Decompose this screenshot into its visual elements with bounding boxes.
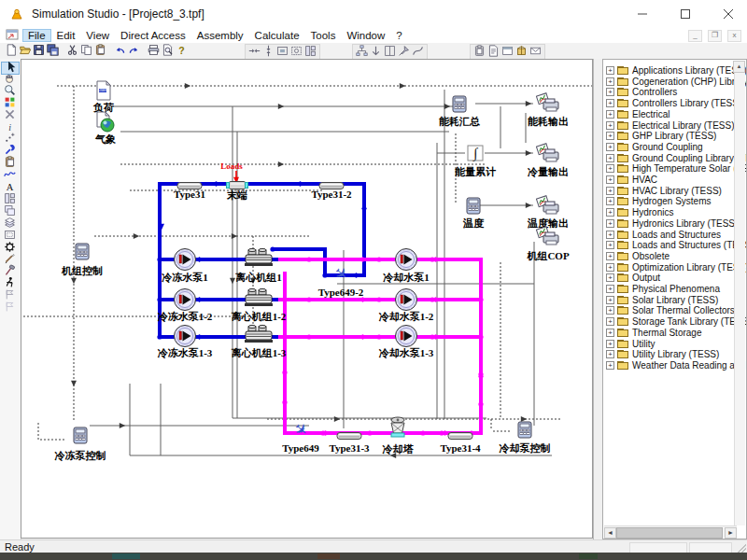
library-item[interactable]: +Ground Coupling — [606, 142, 703, 152]
expand-icon[interactable]: + — [606, 361, 614, 370]
scroll-up-icon[interactable]: ▲ — [733, 61, 745, 73]
expand-icon[interactable]: + — [606, 175, 614, 184]
node-type31-4[interactable] — [447, 427, 473, 437]
expand-icon[interactable]: + — [606, 66, 614, 75]
expand-icon[interactable]: + — [606, 88, 614, 96]
fit-window-button[interactable] — [275, 45, 289, 59]
paste-button[interactable] — [93, 44, 107, 58]
undo-button[interactable] — [113, 44, 127, 58]
package-button[interactable] — [514, 45, 529, 59]
shrink-vertical-button[interactable] — [261, 45, 275, 59]
node-energy-output[interactable] — [536, 92, 560, 113]
library-item[interactable]: +HVAC — [606, 175, 657, 185]
node-energy-accum[interactable]: ∫ — [467, 145, 484, 161]
clipboard-button[interactable] — [472, 45, 486, 59]
expand-icon[interactable]: + — [606, 110, 614, 119]
node-unit-control[interactable] — [75, 243, 90, 260]
node-type31-2[interactable] — [318, 177, 345, 187]
menu-item-edit[interactable]: Edit — [51, 29, 81, 42]
menu-item-window[interactable]: Window — [341, 29, 390, 42]
node-chiller-1[interactable] — [244, 247, 274, 268]
node-cw-pump-1[interactable] — [394, 247, 418, 272]
scrollbar-thumb[interactable] — [616, 527, 723, 539]
menu-item-help[interactable]: ? — [390, 29, 407, 42]
expand-icon[interactable]: + — [606, 121, 614, 130]
expand-icon[interactable]: + — [606, 306, 614, 315]
node-type649-2[interactable]: ✈ — [330, 263, 352, 286]
send-button[interactable] — [529, 45, 543, 59]
node-cooling-output[interactable] — [536, 143, 560, 163]
library-item[interactable]: +Controllers Library (TESS) — [606, 98, 741, 108]
library-item[interactable]: +Cogeneration (CHP) Library (TESS) — [606, 77, 747, 87]
node-type31[interactable] — [176, 177, 203, 187]
expand-icon[interactable]: + — [606, 164, 614, 173]
scroll-right-icon[interactable]: ► — [725, 527, 737, 539]
split-view-button[interactable] — [383, 45, 397, 59]
node-type649[interactable]: ✈ — [289, 419, 312, 441]
library-item[interactable]: +Physical Phenomena — [606, 284, 720, 294]
expand-icon[interactable]: + — [606, 273, 614, 282]
menu-item-direct-access[interactable]: Direct Access — [115, 29, 191, 42]
expand-icon[interactable]: + — [606, 154, 614, 162]
menu-item-assembly[interactable]: Assembly — [191, 29, 249, 42]
new-window-button[interactable] — [500, 45, 514, 59]
node-chiller-1-3[interactable] — [244, 324, 274, 344]
node-energy-summary[interactable] — [452, 95, 467, 113]
mdi-close-button[interactable]: x — [727, 30, 741, 42]
close-button[interactable] — [710, 0, 747, 28]
expand-icon[interactable]: + — [606, 219, 614, 228]
library-item[interactable]: +Loads and Structures — [606, 230, 721, 240]
library-item[interactable]: +Thermal Storage — [606, 328, 701, 338]
about-button[interactable]: ? — [175, 44, 189, 58]
scroll-left-icon[interactable]: ◄ — [604, 527, 616, 539]
print-button[interactable] — [147, 44, 161, 58]
library-item[interactable]: +Solar Thermal Collectors — [606, 305, 735, 315]
expand-icon[interactable]: + — [606, 340, 614, 348]
cut-button[interactable] — [65, 44, 79, 58]
mdi-restore-button[interactable]: ❐ — [708, 30, 722, 42]
minimize-button[interactable] — [624, 0, 661, 28]
node-chiller-1-2[interactable] — [244, 287, 274, 308]
menu-item-file[interactable]: File — [22, 29, 51, 42]
expand-icon[interactable]: + — [606, 296, 614, 304]
maximize-button[interactable] — [667, 0, 704, 28]
shrink-horizontal-button[interactable] — [247, 45, 261, 59]
expand-icon[interactable]: + — [606, 77, 614, 86]
node-temperature[interactable] — [466, 197, 481, 215]
curve-button[interactable] — [411, 45, 425, 59]
expand-icon[interactable]: + — [606, 231, 614, 239]
library-item[interactable]: +Hydronics Library (TESS) — [606, 218, 738, 229]
library-item[interactable]: +Ground Coupling Library (TESS) — [606, 153, 747, 163]
sort-down-button[interactable] — [369, 45, 383, 59]
hierarchy-button[interactable] — [355, 45, 369, 59]
node-chw-pump-control[interactable] — [73, 427, 88, 444]
expand-icon[interactable]: + — [606, 285, 614, 293]
menu-item-calculate[interactable]: Calculate — [249, 29, 305, 42]
library-item[interactable]: +Optimization Library (TESS) — [606, 262, 747, 273]
expand-icon[interactable]: + — [606, 329, 614, 337]
mdi-minimize-button[interactable]: _ — [688, 30, 702, 42]
library-item[interactable]: +High Temperature Solar (TESS) — [606, 163, 747, 174]
pin-button[interactable] — [397, 45, 411, 59]
node-type31-3[interactable] — [336, 427, 362, 437]
redo-button[interactable] — [127, 44, 141, 58]
expand-icon[interactable]: + — [606, 317, 614, 326]
library-item[interactable]: +Electrical Library (TESS) — [606, 120, 734, 131]
library-item[interactable]: +Utility Library (TESS) — [606, 349, 719, 359]
expand-icon[interactable]: + — [606, 350, 614, 358]
node-cw-pump-control[interactable] — [517, 421, 532, 439]
menu-item-view[interactable]: View — [80, 29, 115, 42]
copy-button[interactable] — [79, 44, 93, 58]
node-weather[interactable] — [95, 111, 116, 133]
library-item[interactable]: +Applications Library (TESS) — [606, 65, 747, 76]
expand-icon[interactable]: + — [606, 252, 614, 260]
library-item[interactable]: +Storage Tank Library (TESS) — [606, 316, 747, 327]
save-all-button[interactable] — [46, 44, 60, 58]
flag-b-tool-button[interactable] — [2, 302, 18, 314]
resize-grip-icon[interactable] — [737, 543, 746, 553]
library-horizontal-scrollbar[interactable]: ◄ ► — [604, 525, 737, 538]
tile-view-button[interactable] — [303, 45, 317, 59]
node-chw-pump-1-3[interactable] — [173, 324, 197, 348]
node-cw-pump-1-3[interactable] — [394, 324, 418, 348]
library-item[interactable]: +Weather Data Reading and Process — [606, 360, 747, 371]
